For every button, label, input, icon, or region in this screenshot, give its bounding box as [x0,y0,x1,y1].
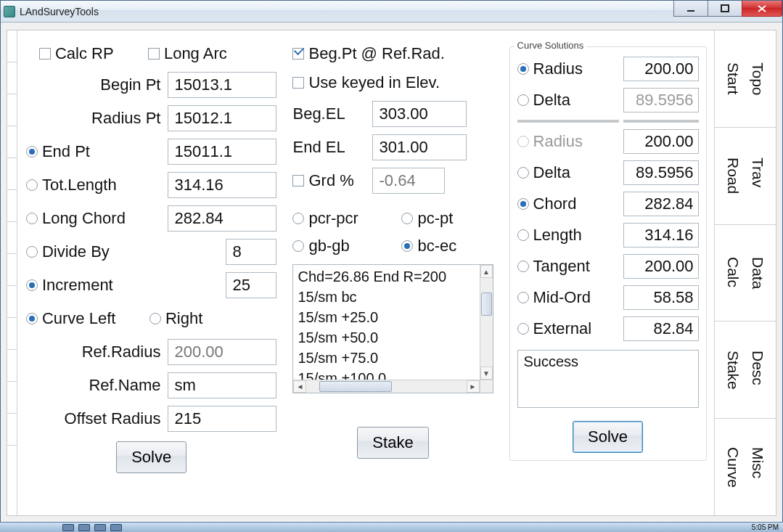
curve-left-radio[interactable]: Curve Left [26,309,149,328]
titlebar[interactable]: LAndSurveyTools [1,1,782,22]
ref-name-label: Ref.Name [26,376,168,395]
calc-rp-checkbox[interactable]: Calc RP [39,44,148,63]
cs-delta-top-radio[interactable]: Delta [517,91,623,110]
end-pt-input[interactable] [168,139,276,165]
maximize-icon [721,4,729,13]
divide-by-radio[interactable]: Divide By [26,242,226,261]
scroll-up-icon[interactable]: ▲ [480,265,493,278]
list-hscrollbar[interactable]: ◄ ► [293,380,479,393]
curve-solutions-legend: Curve Solutions [515,40,587,51]
scroll-left-icon[interactable]: ◄ [293,380,306,393]
right-vertical-tabs: StartTopo RoadTrav CalcData StakeDesc Cu… [714,30,776,515]
cs-chord-input[interactable] [623,192,699,216]
end-pt-radio[interactable]: End Pt [26,142,168,161]
cs-length-radio[interactable]: Length [517,226,623,245]
end-el-label: End EL [292,138,372,157]
curve-solutions-group: Curve Solutions Radius Delta Radius [509,46,707,461]
taskbar[interactable]: 5:05 PM [0,522,783,532]
status-box: Success [517,350,699,408]
scroll-down-icon[interactable]: ▼ [480,367,493,380]
window-close-button[interactable] [742,1,782,17]
cs-radius-top-radio[interactable]: Radius [517,60,623,78]
mode-bc-ec-radio[interactable]: bc-ec [401,237,493,255]
svg-rect-1 [721,5,729,12]
long-chord-radio[interactable]: Long Chord [26,209,168,228]
use-keyed-elev-checkbox[interactable]: Use keyed in Elev. [292,73,493,92]
mode-gb-gb-radio[interactable]: gb-gb [292,237,401,255]
svg-rect-0 [687,10,694,12]
tot-length-radio[interactable]: Tot.Length [26,176,168,195]
beg-el-label: Beg.EL [292,105,372,123]
vtab-desc-stake[interactable]: StakeDesc [715,322,776,419]
window-maximize-button[interactable] [708,1,742,17]
long-arc-checkbox[interactable]: Long Arc [148,44,277,63]
app-icon [4,6,15,17]
close-icon [757,4,767,13]
increment-input[interactable] [226,272,276,298]
cs-length-input[interactable] [623,223,699,247]
vtab-data-calc[interactable]: CalcData [715,225,776,322]
begin-pt-label: Begin Pt [26,75,168,94]
mode-pcr-pcr-radio[interactable]: pcr-pcr [292,209,401,228]
taskbar-icons[interactable] [62,524,122,531]
cs-delta-bot-input[interactable] [623,160,699,185]
vtab-misc-curve[interactable]: CurveMisc [715,419,776,515]
cs-tangent-radio[interactable]: Tangent [517,257,623,276]
list-item[interactable]: Chd=26.86 End R=200 [298,266,488,287]
list-vscrollbar[interactable]: ▲ ▼ [480,265,493,380]
cs-chord-radio[interactable]: Chord [517,195,623,213]
stake-listbox[interactable]: Chd=26.86 End R=200 15/sm bc 15/sm +25.0… [292,264,493,393]
grd-pct-input[interactable] [372,168,445,194]
offset-radius-input[interactable] [168,406,276,432]
list-item[interactable]: 15/sm +75.0 [298,348,488,368]
mode-pc-pt-radio[interactable]: pc-pt [401,209,493,228]
cs-delta-bot-radio[interactable]: Delta [517,163,623,182]
divide-by-input[interactable] [226,239,276,265]
taskbar-clock: 5:05 PM [752,523,779,531]
cs-radius-top-input[interactable] [623,57,699,81]
long-chord-input[interactable] [168,205,276,232]
ref-name-input[interactable] [168,372,276,398]
stake-button[interactable]: Stake [357,427,428,459]
grd-pct-checkbox[interactable]: Grd % [292,171,372,190]
list-item[interactable]: 15/sm +25.0 [298,307,488,327]
cs-external-input[interactable] [623,316,699,341]
radius-pt-label: Radius Pt [26,109,168,128]
beg-el-input[interactable] [372,101,467,127]
tot-length-input[interactable] [168,172,276,198]
increment-radio[interactable]: Increment [26,276,226,295]
begin-pt-input[interactable] [168,72,276,98]
begpt-refrad-checkbox[interactable]: Beg.Pt @ Ref.Rad. [292,44,493,63]
ref-radius-label: Ref.Radius [26,343,168,361]
cs-radius-bot-input[interactable] [623,129,699,154]
solve-left-button[interactable]: Solve [116,441,186,473]
cs-tangent-input[interactable] [623,254,699,279]
offset-radius-label: Offset Radius [26,409,168,428]
ref-radius-input[interactable] [168,339,276,365]
window-minimize-button[interactable] [673,1,708,17]
end-el-input[interactable] [372,134,467,160]
cs-delta-top-input[interactable] [623,88,699,112]
vtab-trav-road[interactable]: RoadTrav [715,128,776,225]
scroll-right-icon[interactable]: ► [467,380,480,393]
curve-right-radio[interactable]: Right [149,309,277,328]
cs-radius-bot-radio[interactable]: Radius [517,132,623,151]
list-item[interactable]: 15/sm bc [298,287,488,307]
cs-external-radio[interactable]: External [517,319,623,338]
radius-pt-input[interactable] [168,105,276,131]
list-item[interactable]: 15/sm +50.0 [298,327,488,348]
cs-midord-radio[interactable]: Mid-Ord [517,288,623,307]
minimize-icon [686,4,695,13]
app-window: LAndSurveyTools Calc RP [0,0,783,523]
left-tab-stubs [7,30,17,515]
cs-midord-input[interactable] [623,285,699,310]
vtab-topo-start[interactable]: StartTopo [715,30,776,128]
solve-right-button[interactable]: Solve [573,421,643,453]
window-title: LAndSurveyTools [20,6,99,17]
